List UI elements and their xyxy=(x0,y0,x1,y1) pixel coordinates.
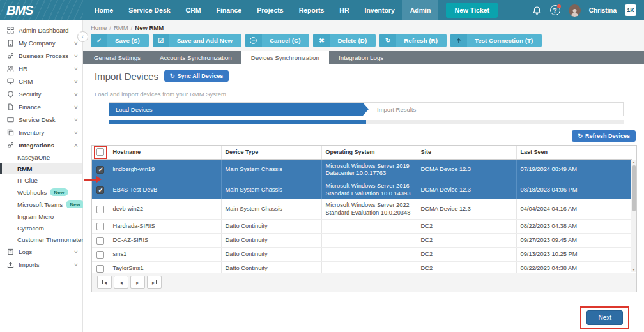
breadcrumb-home[interactable]: Home xyxy=(91,24,107,31)
first-page-button[interactable]: ◀ xyxy=(97,276,112,289)
table-row[interactable]: EB4S-Test-DevB Main System Chassis Micro… xyxy=(92,181,632,199)
refresh-icon: ↻ xyxy=(379,34,396,47)
nav-finance[interactable]: Finance xyxy=(209,0,250,20)
devices-synchronization-panel: Import Devices ↻ Sync All Devices Load a… xyxy=(83,64,644,332)
sidebar-item-cytracom[interactable]: Cytracom xyxy=(0,222,82,234)
new-ticket-button[interactable]: New Ticket xyxy=(446,3,498,18)
wizard-step-load-devices: Load Devices xyxy=(109,103,369,116)
nav-projects[interactable]: Projects xyxy=(249,0,291,20)
scrollbar-thumb[interactable] xyxy=(632,165,636,211)
column-hostname[interactable]: Hostname xyxy=(109,146,221,159)
annotation-next-highlight: Next xyxy=(580,306,629,329)
scroll-down-icon[interactable]: ▼ xyxy=(631,268,636,271)
scroll-up-icon[interactable]: ▲ xyxy=(631,160,636,164)
save-and-add-new-button[interactable]: ☑ Save and Add New xyxy=(153,34,241,47)
card-icon xyxy=(6,116,14,123)
refresh-button[interactable]: ↻ Refresh (R) xyxy=(379,34,447,47)
table-row[interactable]: lindbergh-win19 Main System Chassis Micr… xyxy=(92,160,632,181)
sidebar-item-imports[interactable]: Imports ∨ xyxy=(0,259,82,271)
row-checkbox[interactable] xyxy=(96,237,104,245)
devices-table-header: Hostname Device Type Operating System Si… xyxy=(92,146,632,160)
nav-reports[interactable]: Reports xyxy=(291,0,332,20)
row-checkbox[interactable] xyxy=(96,265,104,273)
nav-crm[interactable]: CRM xyxy=(178,0,209,20)
nav-inventory[interactable]: Inventory xyxy=(356,0,402,20)
table-row[interactable]: siris1 Datto Continuity DC2 09/13/2023 1… xyxy=(92,248,632,262)
sidebar-item-inventory[interactable]: Inventory ∨ xyxy=(0,126,82,139)
cancel-button[interactable]: − Cancel (C) xyxy=(245,34,309,47)
sidebar-item-ingram-micro[interactable]: Ingram Micro xyxy=(0,211,82,222)
last-page-button[interactable]: ▶ xyxy=(147,276,162,289)
notifications-bell-icon[interactable] xyxy=(532,6,542,15)
sidebar-item-logs[interactable]: Logs ∨ xyxy=(0,246,82,259)
sidebar-item-security[interactable]: Security ∨ xyxy=(0,87,82,100)
kaseyaone-icon[interactable]: 1K xyxy=(625,4,636,16)
previous-page-button[interactable]: ◀ xyxy=(114,276,128,289)
table-row[interactable]: TaylorSiris1 Datto Continuity DC2 08/22/… xyxy=(92,262,632,273)
chevron-down-icon: ∨ xyxy=(73,53,78,59)
next-button[interactable]: Next xyxy=(586,310,623,325)
save-button[interactable]: ✓ Save (S) xyxy=(91,34,149,47)
sidebar-collapse-button[interactable]: ‹ xyxy=(77,31,88,42)
sidebar-item-hr[interactable]: HR ∨ xyxy=(0,62,82,75)
sidebar-item-kaseyaone[interactable]: KaseyaOne xyxy=(0,151,82,163)
help-icon[interactable]: ? xyxy=(550,5,560,15)
sidebar-item-admin-dashboard[interactable]: Admin Dashboard xyxy=(0,24,82,36)
breadcrumb-current: New RMM xyxy=(135,24,164,31)
column-last-seen[interactable]: Last Seen xyxy=(516,146,632,159)
shield-icon xyxy=(6,90,14,98)
copy-boxes-icon xyxy=(6,128,14,136)
devices-table-body: lindbergh-win19 Main System Chassis Micr… xyxy=(92,160,632,273)
select-all-checkbox[interactable] xyxy=(96,148,104,156)
user-name[interactable]: Christina xyxy=(589,7,617,14)
sidebar-item-my-company[interactable]: My Company ∨ xyxy=(0,36,82,49)
sidebar-item-microsoft-teams[interactable]: Microsoft Teams New xyxy=(0,199,82,211)
nav-home[interactable]: Home xyxy=(87,0,121,20)
column-operating-system[interactable]: Operating System xyxy=(321,146,417,159)
row-checkbox[interactable] xyxy=(96,166,104,174)
breadcrumb-rmm[interactable]: RMM xyxy=(114,24,128,31)
test-connection-icon xyxy=(450,34,467,47)
next-page-button[interactable]: ▶ xyxy=(130,276,145,289)
table-row[interactable]: Hardrada-SIRIS Datto Continuity DC2 08/2… xyxy=(92,220,632,234)
row-checkbox[interactable] xyxy=(96,186,104,194)
column-device-type[interactable]: Device Type xyxy=(221,146,321,159)
sidebar-item-business-process[interactable]: Business Process ∨ xyxy=(0,49,82,62)
nav-admin[interactable]: Admin xyxy=(402,0,439,20)
sidebar-item-integrations[interactable]: Integrations ∧ xyxy=(0,139,82,151)
sidebar-item-service-desk[interactable]: Service Desk ∨ xyxy=(0,113,82,126)
gears-icon xyxy=(6,52,14,59)
upload-icon xyxy=(6,261,14,269)
top-right-controls: ? Christina 1K xyxy=(532,4,644,17)
sidebar-item-crm[interactable]: CRM ∨ xyxy=(0,75,82,87)
tab-devices-synchronization[interactable]: Devices Synchronization xyxy=(241,51,329,64)
import-progress-bar xyxy=(109,120,624,124)
refresh-devices-button[interactable]: ↻ Refresh Devices xyxy=(572,130,636,142)
table-row[interactable]: devb-win22 Main System Chassis Microsoft… xyxy=(92,199,632,220)
avatar[interactable] xyxy=(569,4,581,17)
page-title: Import Devices xyxy=(95,71,158,82)
sidebar-item-rmm[interactable]: RMM xyxy=(0,163,82,174)
table-row[interactable]: DC-AZ-SIRIS Datto Continuity DC2 09/27/2… xyxy=(92,234,632,248)
sidebar-item-finance[interactable]: Finance ∨ xyxy=(0,100,82,113)
sidebar-item-it-glue[interactable]: IT Glue xyxy=(0,174,82,186)
row-checkbox[interactable] xyxy=(96,223,104,230)
tab-general-settings[interactable]: General Settings xyxy=(84,51,150,64)
chevron-down-icon: ∨ xyxy=(73,117,78,123)
column-site[interactable]: Site xyxy=(417,146,516,159)
row-checkbox[interactable] xyxy=(96,251,104,259)
test-connection-button[interactable]: Test Connection (T) xyxy=(450,34,542,47)
table-scrollbar[interactable]: ▲ ▼ xyxy=(631,160,636,272)
nav-service-desk[interactable]: Service Desk xyxy=(121,0,178,20)
delete-button[interactable]: ✖ Delete (D) xyxy=(313,34,376,47)
tab-integration-logs[interactable]: Integration Logs xyxy=(329,51,393,64)
row-checkbox[interactable] xyxy=(96,206,104,213)
sync-all-devices-button[interactable]: ↻ Sync All Devices xyxy=(164,70,229,82)
sidebar-item-customer-thermometer[interactable]: Customer Thermometer xyxy=(0,234,82,245)
chevron-down-icon: ∨ xyxy=(73,79,78,84)
integrations-gears-icon xyxy=(6,141,14,149)
sidebar-item-webhooks[interactable]: Webhooks New xyxy=(0,186,82,199)
tab-accounts-synchronization[interactable]: Accounts Synchronization xyxy=(150,51,241,64)
chevron-down-icon: ∨ xyxy=(73,130,78,135)
nav-hr[interactable]: HR xyxy=(332,0,356,20)
